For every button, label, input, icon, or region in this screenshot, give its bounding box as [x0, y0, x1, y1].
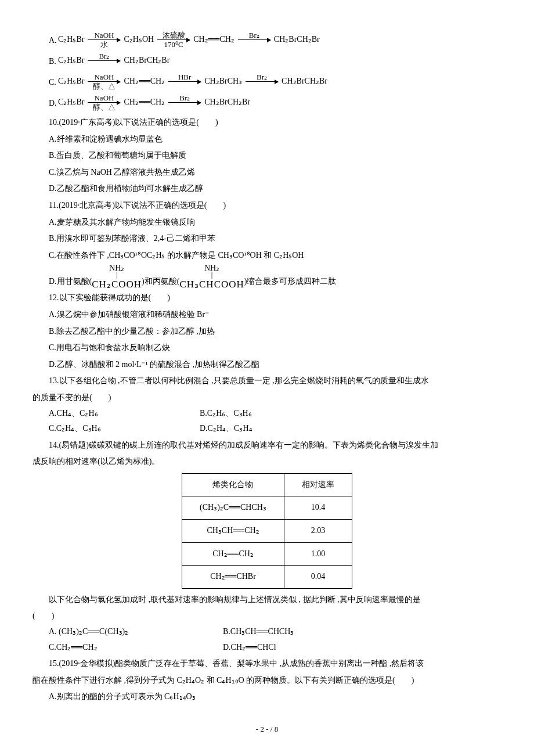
reaction-arrow-icon: NaOH醇、△	[88, 73, 120, 91]
th-rate: 相对速率	[284, 473, 352, 496]
q14-after: 以下化合物与氯化氢加成时 ,取代基对速率的影响规律与上述情况类似 , 据此判断 …	[33, 592, 501, 608]
reaction-arrow-icon: NaOH醇、△	[88, 94, 120, 111]
reaction-a: C₂H₅Br NaOH水 C₂H₅OH 浓硫酸170⁰C CH₂══CH₂ Br…	[58, 31, 320, 49]
reaction-d: C₂H₅Br NaOH醇、△ CH₂══CH₂ Br₂ CH₂BrCH₂Br	[58, 94, 250, 111]
q10-b: B.蛋白质、乙酸和葡萄糖均属于电解质	[33, 148, 501, 164]
q12-a: A.溴乙烷中参加硝酸银溶液和稀硝酸检验 Br⁻	[33, 307, 501, 323]
reaction-b: C₂H₅Br Br₂ CH₂BrCH₂Br	[58, 52, 169, 70]
reactant: C₂H₅OH	[124, 32, 154, 49]
th-compound: 烯类化合物	[182, 473, 284, 496]
q9-option-a: A. C₂H₅Br NaOH水 C₂H₅OH 浓硫酸170⁰C CH₂══CH₂…	[49, 31, 501, 49]
q10-stem: 10.(2019·广东高考)以下说法正确的选项是( )	[33, 115, 501, 131]
reactant: C₂H₅Br	[58, 74, 84, 91]
q13-c: C.C₂H₄、C₃H₆	[49, 421, 200, 437]
reactant: CH₂BrCH₂Br	[274, 32, 320, 49]
q14-b: B.CH₃CH══CHCH₃	[223, 624, 374, 640]
option-label: D.	[49, 96, 58, 111]
reaction-arrow-icon: Br₂	[168, 94, 201, 111]
q11-d-pre: D.用甘氨酸(	[49, 274, 92, 290]
q12-stem: 12.以下实验能获得成功的是( )	[33, 290, 501, 306]
q14-a: A. (CH₃)₂C══C(CH₃)₂	[49, 624, 223, 640]
q14-row2: C.CH₂══CH₂ D.CH₂══CHCl	[49, 640, 501, 656]
q12-b: B.除去乙酸乙酯中的少量乙酸：参加乙醇 ,加热	[33, 324, 501, 340]
q14-c: C.CH₂══CH₂	[49, 640, 223, 656]
reactant: CH₂BrCH₃	[204, 74, 242, 91]
option-label: A.	[49, 33, 58, 49]
reaction-arrow-icon: Br₂	[88, 52, 120, 70]
q11-d-mid: )和丙氨酸(	[142, 274, 179, 290]
option-label: B.	[49, 54, 58, 70]
q15-a: A.别离出的酯的分子式可表示为 C₆H₁₄O₃	[33, 689, 501, 705]
reaction-arrow-icon: 浓硫酸170⁰C	[157, 31, 190, 49]
q11-d: D.用甘氨酸( NH₂ │ CH₂COOH )和丙氨酸( NH₂ │ CH₃CH…	[49, 264, 501, 289]
q12-c: C.用电石与饱和食盐水反响制乙炔	[33, 340, 501, 356]
q10-c: C.溴乙烷与 NaOH 乙醇溶液共热生成乙烯	[33, 165, 501, 181]
q14-stem2: 成反响的相对速率(以乙烯为标准)。	[33, 454, 501, 470]
reactant: CH₂BrCH₂Br	[124, 53, 169, 70]
q11-d-post: )缩合最多可形成四种二肽	[244, 274, 337, 290]
reactant: C₂H₅Br	[58, 53, 84, 70]
q15-stem: 15.(2019·金华模拟)酯类物质广泛存在于草莓、香蕉、梨等水果中 ,从成熟的…	[33, 656, 501, 672]
q13-a: A.CH₄、C₂H₆	[49, 406, 200, 422]
q12-d: D.乙醇、冰醋酸和 2 mol·L⁻¹ 的硫酸混合 ,加热制得乙酸乙酯	[33, 357, 501, 373]
q14-after2: ( )	[33, 609, 501, 624]
q11-a: A.麦芽糖及其水解产物均能发生银镜反响	[33, 215, 501, 231]
q9-option-d: D. C₂H₅Br NaOH醇、△ CH₂══CH₂ Br₂ CH₂BrCH₂B…	[49, 94, 501, 111]
table-row: (CH₃)₂C══CHCH₃10.4	[182, 496, 352, 520]
reaction-arrow-icon: Br₂	[238, 31, 270, 49]
table-row: CH₂══CHBr0.04	[182, 566, 352, 589]
q15-stem2: 酯在酸性条件下进行水解 ,得到分子式为 C₂H₄O₂ 和 C₄H₁₀O 的两种物…	[33, 673, 501, 689]
reactant: CH₂══CH₂	[124, 74, 165, 91]
reactant: CH₂BrCH₂Br	[204, 95, 250, 111]
reactant: CH₂══CH₂	[193, 32, 234, 49]
q14-row1: A. (CH₃)₂C══C(CH₃)₂ B.CH₃CH══CHCH₃	[49, 624, 501, 640]
option-label: C.	[49, 75, 58, 91]
q10-a: A.纤维素和淀粉遇碘水均显蓝色	[33, 132, 501, 147]
q13-b: B.C₂H₆、C₃H₆	[200, 406, 351, 422]
reaction-arrow-icon: HBr	[168, 73, 201, 91]
q11-c: C.在酸性条件下 ,CH₃CO¹⁸OC₂H₅ 的水解产物是 CH₃CO¹⁸OH …	[33, 248, 501, 264]
reaction-c: C₂H₅Br NaOH醇、△ CH₂══CH₂ HBr CH₂BrCH₃ Br₂…	[58, 73, 327, 91]
reaction-arrow-icon: Br₂	[246, 73, 278, 91]
q11-stem: 11.(2019·北京高考)以下说法不正确的选项是( )	[33, 198, 501, 214]
reactant: C₂H₅Br	[58, 95, 84, 111]
rates-table: 烯类化合物相对速率 (CH₃)₂C══CHCH₃10.4 CH₃CH══CH₂2…	[182, 473, 352, 589]
page-footer: - 2 - / 8	[33, 722, 501, 737]
q11-b: B.用溴水即可鉴别苯酚溶液、2,4-己二烯和甲苯	[33, 231, 501, 247]
reactant: CH₂BrCH₂Br	[282, 74, 327, 91]
q13-row2: C.C₂H₄、C₃H₆ D.C₂H₄、C₃H₄	[49, 421, 501, 437]
table-row: CH₂══CH₂1.00	[182, 542, 352, 566]
q13-row1: A.CH₄、C₂H₆ B.C₂H₆、C₃H₆	[49, 406, 501, 422]
table-row: 烯类化合物相对速率	[182, 473, 352, 496]
glycine-structure: NH₂ │ CH₂COOH	[92, 264, 142, 289]
q9-option-c: C. C₂H₅Br NaOH醇、△ CH₂══CH₂ HBr CH₂BrCH₃ …	[49, 73, 501, 91]
q13-stem: 13.以下各组化合物 ,不管二者以何种比例混合 ,只要总质量一定 ,那么完全燃烧…	[33, 373, 501, 389]
q10-d: D.乙酸乙酯和食用植物油均可水解生成乙醇	[33, 181, 501, 197]
q14-d: D.CH₂══CHCl	[223, 640, 374, 656]
q13-d: D.C₂H₄、C₃H₄	[200, 421, 351, 437]
q9-option-b: B. C₂H₅Br Br₂ CH₂BrCH₂Br	[49, 52, 501, 70]
reaction-arrow-icon: NaOH水	[88, 31, 120, 49]
reactant: C₂H₅Br	[58, 32, 84, 49]
q13-stem2: 的质量不变的是( )	[33, 390, 501, 406]
reactant: CH₂══CH₂	[124, 95, 165, 111]
alanine-structure: NH₂ │ CH₃CHCOOH	[179, 264, 244, 289]
q14-stem: 14.(易错题)碳碳双键的碳上所连的取代基对烯烃的加成反响速率有一定的影响。下表…	[33, 438, 501, 453]
table-row: CH₃CH══CH₂2.03	[182, 520, 352, 543]
